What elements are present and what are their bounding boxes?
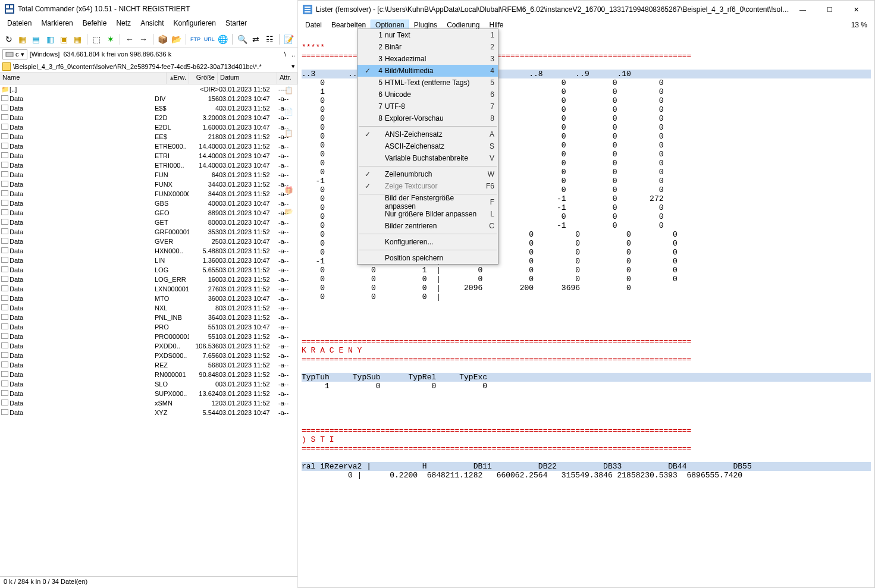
file-row[interactable]: DataGEO889 03.01.2023 10:47 -a-- — [0, 208, 297, 218]
menu-konfigurieren[interactable]: Konfigurieren — [168, 18, 220, 31]
menu-befehle[interactable]: Befehle — [78, 18, 112, 31]
drive-selector[interactable]: c ▾ — [2, 49, 27, 59]
file-row[interactable]: DataETRI000..14.400 03.01.2023 10:47 -a-… — [0, 161, 297, 170]
menu-option[interactable]: 3Hexadezimal3 — [357, 53, 498, 65]
menu-option[interactable]: Nur größere Bilder anpassenL — [357, 208, 498, 220]
file-list[interactable]: 📁 [..] <DIR> 03.01.2023 11:52 ---- DataD… — [0, 84, 297, 570]
file-row[interactable]: DataPRO000001551 03.01.2023 11:52 -a-- — [0, 332, 297, 341]
header-date[interactable]: Datum — [218, 73, 277, 84]
file-row[interactable]: DataEE$218 03.01.2023 11:52 -a-- — [0, 132, 297, 142]
menu-option[interactable]: ✓ANSI-ZeichensatzA — [357, 128, 498, 140]
file-row[interactable]: DataPXDD0..106.536 03.01.2023 11:52 -a-- — [0, 341, 297, 351]
clipboard-icon[interactable]: 📄 — [284, 108, 294, 117]
menu-dateien[interactable]: Dateien — [2, 18, 36, 31]
pack-icon[interactable]: 📦 — [156, 33, 169, 46]
file-row[interactable]: DataDIV156 03.01.2023 10:47 -a-- — [0, 94, 297, 103]
file-row[interactable]: DataXYZ5.544 03.01.2023 10:47 -a-- — [0, 408, 297, 417]
file-row[interactable]: DataSUPX000..13.624 03.01.2023 11:52 -a-… — [0, 389, 297, 398]
file-row[interactable]: DataNXL8 03.01.2023 11:52 -a-- — [0, 303, 297, 313]
menu-option[interactable]: 8Explorer-Vorschau8 — [357, 112, 498, 124]
file-row[interactable]: DataREZ568 03.01.2023 11:52 -a-- — [0, 360, 297, 370]
tool-icon[interactable]: ▦ — [71, 33, 84, 46]
forward-icon[interactable]: → — [137, 33, 149, 46]
tool-icon[interactable]: ▥ — [44, 33, 57, 46]
file-row[interactable]: DataPXDS000..7.656 03.01.2023 11:52 -a-- — [0, 351, 297, 360]
close-button[interactable]: ✕ — [843, 1, 870, 18]
file-row[interactable]: DataETRE000..14.400 03.01.2023 11:52 -a-… — [0, 142, 297, 151]
drive-label: [Windows] — [30, 51, 60, 58]
file-row[interactable]: DataETRI14.400 03.01.2023 10:47 -a-- — [0, 151, 297, 161]
search-icon[interactable]: 🔍 — [236, 33, 248, 46]
file-row[interactable]: DataE2DL1.600 03.01.2023 10:47 -a-- — [0, 122, 297, 132]
root-button[interactable]: \ — [284, 51, 286, 58]
tree-icon[interactable]: ☷ — [264, 33, 276, 46]
menu-option[interactable]: Position speichern — [357, 252, 498, 264]
file-row[interactable]: DataMTO360 03.01.2023 10:47 -a-- — [0, 294, 297, 303]
file-row[interactable]: DataFUN64 03.01.2023 11:52 -a-- — [0, 170, 297, 180]
file-row[interactable]: DataGVER25 03.01.2023 10:47 -a-- — [0, 237, 297, 246]
file-row[interactable]: DataE$$4 03.01.2023 11:52 -a-- — [0, 103, 297, 113]
menu-option[interactable]: 1nur Text1 — [357, 29, 498, 41]
menu-option[interactable]: Bilder zentrierenC — [357, 220, 498, 232]
ftp-icon[interactable]: FTP — [189, 33, 202, 46]
menu-netz[interactable]: Netz — [111, 18, 136, 31]
menu-ansicht[interactable]: Ansicht — [136, 18, 168, 31]
sync-icon[interactable]: ⇄ — [250, 33, 262, 46]
file-row[interactable]: DataLIN1.360 03.01.2023 10:47 -a-- — [0, 256, 297, 265]
tool-icon[interactable]: ✶ — [104, 33, 117, 46]
menu-option[interactable]: Konfigurieren... — [357, 236, 498, 248]
menu-option[interactable]: 7UTF-87 — [357, 100, 498, 112]
header-size[interactable]: Größe — [189, 73, 218, 84]
menu-starter[interactable]: Starter — [221, 18, 252, 31]
file-row[interactable]: DataGET800 03.01.2023 10:47 -a-- — [0, 218, 297, 227]
file-row[interactable]: DataxSMN12 03.01.2023 11:52 -a-- — [0, 398, 297, 408]
edit-icon[interactable]: 📝 — [283, 33, 295, 46]
tool-icon[interactable]: ▣ — [58, 33, 70, 46]
back-icon[interactable]: ← — [123, 33, 136, 46]
header-ext[interactable]: ▴Erw. — [167, 73, 189, 84]
path-bar[interactable]: \Beispiel_4_3_rf6_0\content\!solver\RN_2… — [0, 61, 297, 73]
url-icon[interactable]: URL — [203, 33, 215, 46]
menu-datei[interactable]: Datei — [300, 20, 327, 30]
copy-icon[interactable]: 📋 — [284, 86, 294, 96]
menu-option[interactable]: 5HTML-Text (entferne Tags)5 — [357, 77, 498, 89]
file-row[interactable]: DataFUNX344 03.01.2023 11:52 -a-- — [0, 180, 297, 189]
menu-option[interactable]: ASCII-ZeichensatzS — [357, 140, 498, 152]
gift-icon[interactable]: 🎁 — [284, 186, 294, 196]
menu-markieren[interactable]: Markieren — [36, 18, 77, 31]
updir-button[interactable]: .. — [291, 51, 295, 58]
file-row[interactable]: DataSLO0 03.01.2023 11:52 -a-- — [0, 379, 297, 389]
minimize-button[interactable]: — — [789, 1, 816, 18]
paste-icon[interactable]: 📋 — [284, 129, 294, 139]
menu-option[interactable]: 2Binär2 — [357, 41, 498, 53]
file-row[interactable]: DataLXN000001276 03.01.2023 11:52 -a-- — [0, 284, 297, 294]
tool-icon[interactable]: ⬚ — [90, 33, 103, 46]
file-row[interactable]: DataLOG5.655 03.01.2023 11:52 -a-- — [0, 265, 297, 275]
tool-icon[interactable]: ▤ — [30, 33, 42, 46]
parent-dir-row[interactable]: 📁 [..] <DIR> 03.01.2023 11:52 ---- — [0, 84, 297, 94]
maximize-button[interactable]: ☐ — [816, 1, 843, 18]
file-icon — [1, 314, 10, 321]
file-row[interactable]: DataPRO551 03.01.2023 10:47 -a-- — [0, 322, 297, 332]
unpack-icon[interactable]: 📂 — [170, 33, 183, 46]
menu-option[interactable]: Variable BuchstabenbreiteV — [357, 152, 498, 164]
file-row[interactable]: DataGRF000001353 03.01.2023 11:52 -a-- — [0, 227, 297, 237]
file-icon — [1, 381, 10, 388]
header-name[interactable]: Name — [0, 73, 167, 84]
open-icon[interactable]: 📂 — [284, 207, 294, 217]
file-row[interactable]: DataHXN000..5.488 03.01.2023 11:52 -a-- — [0, 246, 297, 256]
file-row[interactable]: DataE2D3.200 03.01.2023 10:47 -a-- — [0, 113, 297, 122]
menu-option[interactable]: ✓4Bild/Multimedia4 — [357, 65, 498, 77]
file-row[interactable]: DataLOG_ERR160 03.01.2023 11:52 -a-- — [0, 275, 297, 284]
menu-option[interactable]: ✓ZeilenumbruchW — [357, 168, 498, 180]
file-row[interactable]: DataPNL_INB364 03.01.2023 11:52 -a-- — [0, 313, 297, 322]
file-row[interactable]: DataGBS400 03.01.2023 10:47 -a-- — [0, 199, 297, 208]
menu-option[interactable]: Bild der Fenstergröße anpassenF — [357, 196, 498, 208]
file-row[interactable]: DataFUNX000001344 03.01.2023 11:52 -a-- — [0, 189, 297, 199]
refresh-icon[interactable]: ↻ — [2, 33, 15, 46]
header-attr[interactable]: Attr. — [277, 73, 297, 84]
file-row[interactable]: DataRN00000190.848 03.01.2023 11:52 -a-- — [0, 370, 297, 379]
menu-option[interactable]: 6Unicode6 — [357, 89, 498, 100]
net-icon[interactable]: 🌐 — [217, 33, 229, 46]
tool-icon[interactable]: ▦ — [16, 33, 29, 46]
